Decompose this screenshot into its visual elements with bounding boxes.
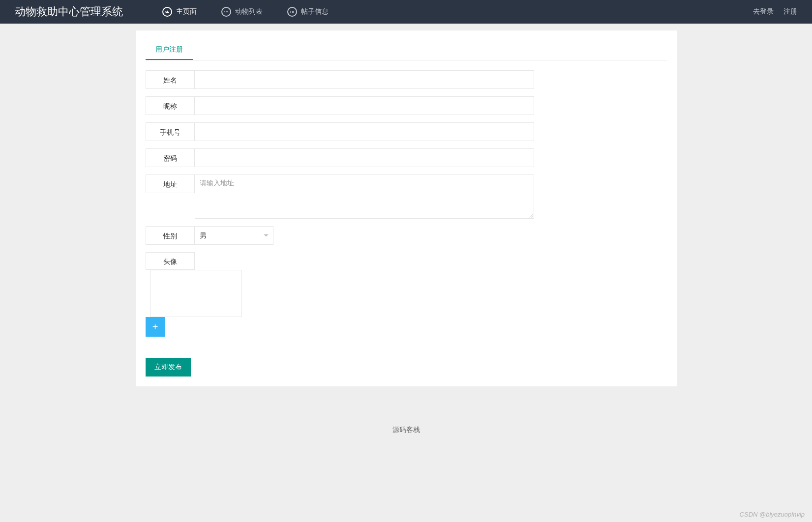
nav-home[interactable]: 主页面 (162, 7, 197, 17)
form-row-gender: 性别 男 (146, 226, 667, 245)
name-label: 姓名 (146, 70, 195, 89)
nav-right: 去登录 注册 (753, 7, 797, 16)
svg-point-0 (224, 11, 225, 12)
nav-posts[interactable]: UI 帖子信息 (287, 7, 329, 17)
password-label: 密码 (146, 148, 195, 167)
login-link[interactable]: 去登录 (753, 7, 774, 16)
gender-label: 性别 (146, 226, 195, 245)
nav-animals[interactable]: 动物列表 (221, 7, 263, 17)
tab-bar: 用户注册 (146, 40, 667, 60)
form-row-address: 地址 (146, 174, 534, 219)
footer: 源码客栈 (0, 411, 812, 449)
password-input[interactable] (195, 148, 534, 167)
brand-title: 动物救助中心管理系统 (15, 4, 123, 19)
dots-icon (221, 7, 231, 17)
gender-select-wrap: 男 (195, 226, 273, 245)
add-avatar-button[interactable]: + (146, 317, 165, 337)
crown-icon (162, 7, 172, 17)
phone-input[interactable] (195, 122, 534, 141)
nav-posts-label: 帖子信息 (301, 7, 329, 16)
tab-register[interactable]: 用户注册 (146, 40, 193, 60)
ui-icon: UI (287, 7, 297, 17)
main-container: 用户注册 姓名 昵称 手机号 密码 地址 性别 男 头像 + 立即发布 (136, 30, 677, 386)
nickname-input[interactable] (195, 96, 534, 115)
avatar-section: 头像 + (146, 252, 667, 337)
svg-point-1 (226, 11, 227, 12)
nav-links: 主页面 动物列表 UI 帖子信息 (162, 7, 753, 17)
phone-label: 手机号 (146, 122, 195, 141)
address-label: 地址 (146, 174, 195, 193)
form-row-nickname: 昵称 (146, 96, 534, 115)
register-link[interactable]: 注册 (783, 7, 797, 16)
svg-point-2 (227, 11, 228, 12)
nickname-label: 昵称 (146, 96, 195, 115)
navbar: 动物救助中心管理系统 主页面 动物列表 UI 帖子信息 去登录 注册 (0, 0, 812, 24)
name-input[interactable] (195, 70, 534, 89)
nav-home-label: 主页面 (176, 7, 197, 16)
nav-animals-label: 动物列表 (235, 7, 263, 16)
avatar-preview (150, 270, 242, 317)
address-input[interactable] (195, 174, 534, 219)
form-row-phone: 手机号 (146, 122, 534, 141)
submit-button[interactable]: 立即发布 (146, 358, 191, 377)
form-row-name: 姓名 (146, 70, 534, 89)
avatar-label: 头像 (146, 252, 195, 270)
gender-select[interactable]: 男 (195, 226, 273, 245)
form-row-password: 密码 (146, 148, 534, 167)
footer-text: 源码客栈 (392, 426, 420, 434)
